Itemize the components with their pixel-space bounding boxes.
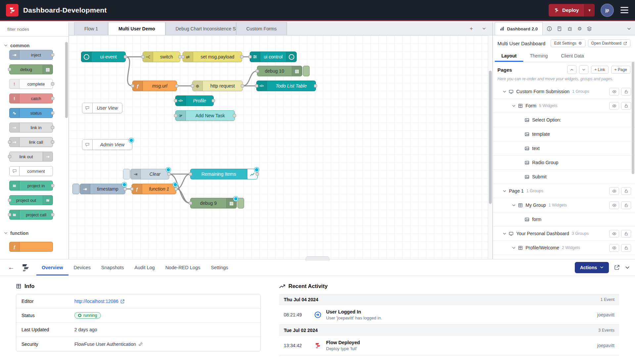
node-port[interactable] [51, 53, 54, 56]
node-port[interactable] [174, 187, 178, 191]
palette-search[interactable] [0, 22, 68, 37]
palette-node-function-partial[interactable]: ƒ [9, 242, 53, 252]
lock-button[interactable] [621, 102, 631, 110]
open-editor-external-icon[interactable] [614, 265, 620, 270]
palette-category-function[interactable]: function [0, 224, 68, 237]
flow-tab-custom-forms[interactable]: Custom Forms [236, 22, 287, 35]
lock-button[interactable] [621, 201, 631, 209]
node-port[interactable] [124, 55, 127, 58]
gear-icon[interactable]: ⚙ [577, 26, 582, 32]
chevron-down-icon[interactable] [512, 104, 516, 108]
inject-button[interactable] [72, 184, 79, 194]
palette-node-catch[interactable]: ! catch [9, 93, 53, 103]
node-port[interactable] [51, 97, 54, 100]
node-port[interactable] [255, 84, 258, 88]
chevron-down-icon[interactable] [503, 232, 506, 236]
node-port[interactable] [233, 114, 236, 117]
flow-list-dropdown-button[interactable] [479, 24, 488, 33]
panel-resize-handle[interactable] [306, 256, 329, 261]
palette-node-link-in[interactable]: ⇢ link in [9, 123, 53, 132]
flowfuse-logo[interactable] [6, 4, 19, 17]
visibility-button[interactable] [609, 102, 619, 110]
inject-button[interactable] [123, 169, 130, 179]
tab-snapshots[interactable]: Snapshots [96, 259, 129, 275]
node-port[interactable] [256, 172, 259, 176]
tab-audit-log[interactable]: Audit Log [129, 259, 160, 275]
visibility-button[interactable] [609, 187, 619, 195]
debug-toggle-button[interactable] [303, 66, 310, 76]
tab-settings[interactable]: Settings [205, 259, 233, 275]
tree-row-widget[interactable]: template [493, 127, 635, 141]
bug-icon[interactable] [567, 26, 572, 31]
node-port[interactable] [51, 184, 54, 187]
deploy-button[interactable]: Deploy ▼ [549, 4, 595, 17]
lock-button[interactable] [621, 230, 631, 237]
tab-overview[interactable]: Overview [36, 259, 68, 275]
tree-row-page[interactable]: Custom Form Submission 1 Groups [493, 85, 635, 99]
node-port[interactable] [51, 111, 54, 115]
node-port[interactable] [191, 84, 194, 88]
chevron-down-icon[interactable] [503, 189, 506, 193]
flow-node-remaining-items[interactable]: Remaining Items [190, 169, 258, 179]
chevron-down-icon[interactable] [512, 203, 516, 207]
flow-node-timestamp[interactable]: ⇥ timestamp [80, 184, 125, 194]
tab-client-data[interactable]: Client Data [554, 50, 590, 62]
flowfuse-mark[interactable] [17, 259, 34, 275]
flow-node-debug-9[interactable]: debug 9 ▤ [190, 198, 237, 208]
palette-node-project-out[interactable]: project out ≋ [9, 195, 53, 205]
palette-node-status[interactable]: ∿ status [9, 108, 53, 118]
node-port[interactable] [248, 55, 252, 58]
activity-entry[interactable]: 08:21:49 User Logged In User 'joepavitt'… [279, 305, 619, 325]
node-port[interactable] [240, 55, 243, 58]
collapse-panel-chevron-icon[interactable] [625, 265, 630, 270]
node-port[interactable] [241, 84, 244, 88]
node-port[interactable] [212, 99, 215, 102]
tree-row-page[interactable]: Your Personal Dashboard 3 Groups [493, 227, 635, 241]
tree-row-group[interactable]: My Group 1 Widgets [493, 198, 635, 212]
node-port[interactable] [141, 55, 145, 58]
chevron-down-icon[interactable] [503, 90, 506, 93]
palette-node-debug[interactable]: debug ▤ [9, 64, 53, 74]
palette-node-inject[interactable]: ⇥ inject [9, 50, 53, 60]
flow-node-debug-10[interactable]: debug 10 ▤ [257, 66, 302, 76]
flow-node-ui-event[interactable]: → ui-event [81, 52, 126, 62]
actions-button[interactable]: Actions [575, 262, 609, 273]
flow-node-clear[interactable]: ⇥ Clear [130, 169, 169, 179]
node-port[interactable] [8, 199, 11, 202]
flow-node-add-new-task[interactable]: ☞ Add New Task [175, 110, 235, 121]
palette-node-link-call[interactable]: ⇢ link call [9, 137, 53, 147]
node-port[interactable] [8, 140, 11, 144]
flow-node-profile[interactable]: </> Profile [175, 95, 214, 106]
node-port[interactable] [181, 55, 185, 58]
flow-tab-debug-chart[interactable]: Debug Chart Inconsistence S [165, 22, 236, 35]
tab-layout[interactable]: Layout [495, 50, 523, 62]
node-port[interactable] [174, 99, 177, 102]
visibility-button[interactable] [609, 244, 619, 252]
flow-node-http-request[interactable]: ⊕ http request [192, 81, 243, 91]
node-port[interactable] [123, 187, 127, 191]
deploy-options-caret[interactable]: ▼ [584, 4, 595, 17]
user-avatar[interactable]: jp [601, 4, 614, 17]
palette-node-link-out[interactable]: link out ⇢ [9, 152, 53, 162]
flow-tab-multi-user-demo[interactable]: Multi User Demo [108, 22, 165, 35]
lock-button[interactable] [621, 187, 631, 195]
node-port[interactable] [8, 155, 11, 158]
editor-url-link[interactable]: http://localhost:12086 [74, 299, 125, 304]
help-book-icon[interactable] [557, 26, 562, 31]
palette-node-project-in[interactable]: ≋ project in [9, 181, 53, 191]
link-chain-icon[interactable] [138, 342, 143, 346]
info-icon[interactable] [547, 26, 552, 31]
visibility-button[interactable] [609, 201, 619, 209]
move-down-button[interactable] [579, 65, 588, 74]
tab-devices[interactable]: Devices [68, 259, 96, 275]
debug-toggle-button[interactable] [237, 198, 244, 208]
palette-scrollbar[interactable] [65, 42, 68, 118]
node-port[interactable] [51, 126, 54, 129]
node-port[interactable] [8, 68, 11, 71]
tree-row-widget[interactable]: form [493, 212, 635, 227]
add-link-button[interactable]: + Link [591, 66, 608, 74]
tree-row-group[interactable]: Form 5 Widgets [493, 99, 635, 113]
flow-node-todo-list-table[interactable]: </> Todo List Table [256, 81, 316, 91]
visibility-button[interactable] [609, 230, 619, 237]
back-button[interactable]: ← [5, 259, 17, 275]
